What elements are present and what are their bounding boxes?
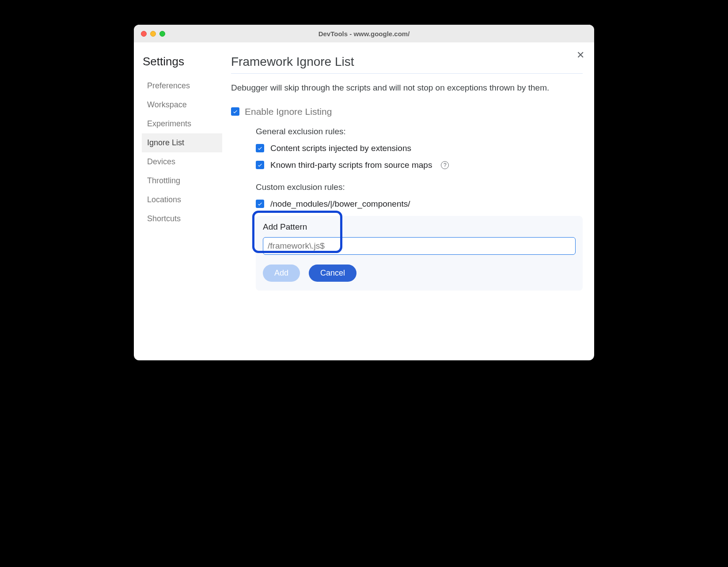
rule-row: Known third-party scripts from source ma…: [256, 160, 583, 170]
content-area: ✕ Settings Preferences Workspace Experim…: [134, 42, 594, 360]
content-scripts-checkbox[interactable]: [256, 144, 264, 152]
close-window-button[interactable]: [141, 31, 147, 37]
titlebar: DevTools - www.google.com/: [134, 25, 594, 42]
custom-rules-heading: Custom exclusion rules:: [256, 182, 583, 192]
rule-row: /node_modules/|/bower_components/: [256, 199, 583, 209]
general-rules-section: General exclusion rules: Content scripts…: [231, 127, 583, 170]
pattern-input[interactable]: [263, 237, 576, 255]
close-icon[interactable]: ✕: [576, 50, 584, 60]
page-title: Framework Ignore List: [231, 55, 583, 69]
sidebar-item-preferences[interactable]: Preferences: [142, 76, 222, 95]
third-party-scripts-checkbox[interactable]: [256, 161, 264, 169]
button-row: Add Cancel: [263, 265, 576, 282]
custom-rule-label: /node_modules/|/bower_components/: [270, 199, 410, 209]
enable-ignore-listing-checkbox[interactable]: [231, 107, 239, 116]
add-button[interactable]: Add: [263, 265, 300, 282]
sidebar-item-experiments[interactable]: Experiments: [142, 114, 222, 133]
cancel-button[interactable]: Cancel: [309, 265, 356, 282]
sidebar-item-ignore-list[interactable]: Ignore List: [142, 133, 222, 152]
add-pattern-panel: Add Pattern Add Cancel: [256, 216, 583, 291]
check-icon: [232, 109, 238, 114]
third-party-scripts-label: Known third-party scripts from source ma…: [270, 160, 432, 170]
custom-rules-section: Custom exclusion rules: /node_modules/|/…: [231, 182, 583, 209]
divider: [231, 73, 583, 74]
enable-ignore-listing-row: Enable Ignore Listing: [231, 106, 583, 117]
help-icon[interactable]: ?: [441, 161, 449, 169]
window-title: DevTools - www.google.com/: [134, 30, 594, 38]
minimize-window-button[interactable]: [150, 31, 156, 37]
sidebar: Settings Preferences Workspace Experimen…: [134, 42, 227, 360]
main-panel: Framework Ignore List Debugger will skip…: [227, 42, 594, 360]
custom-rule-checkbox[interactable]: [256, 200, 264, 208]
enable-ignore-listing-label: Enable Ignore Listing: [245, 106, 332, 117]
check-icon: [257, 201, 263, 207]
sidebar-title: Settings: [142, 55, 222, 68]
maximize-window-button[interactable]: [159, 31, 165, 37]
settings-window: DevTools - www.google.com/ ✕ Settings Pr…: [134, 25, 594, 360]
general-rules-heading: General exclusion rules:: [256, 127, 583, 136]
sidebar-item-shortcuts[interactable]: Shortcuts: [142, 209, 222, 228]
sidebar-item-locations[interactable]: Locations: [142, 190, 222, 209]
sidebar-item-devices[interactable]: Devices: [142, 152, 222, 171]
check-icon: [257, 162, 263, 168]
content-scripts-label: Content scripts injected by extensions: [270, 144, 411, 153]
sidebar-item-workspace[interactable]: Workspace: [142, 95, 222, 114]
check-icon: [257, 145, 263, 151]
traffic-lights: [141, 31, 165, 37]
add-pattern-label: Add Pattern: [263, 222, 576, 232]
rule-row: Content scripts injected by extensions: [256, 144, 583, 153]
page-description: Debugger will skip through the scripts a…: [231, 82, 583, 94]
sidebar-item-throttling[interactable]: Throttling: [142, 171, 222, 190]
